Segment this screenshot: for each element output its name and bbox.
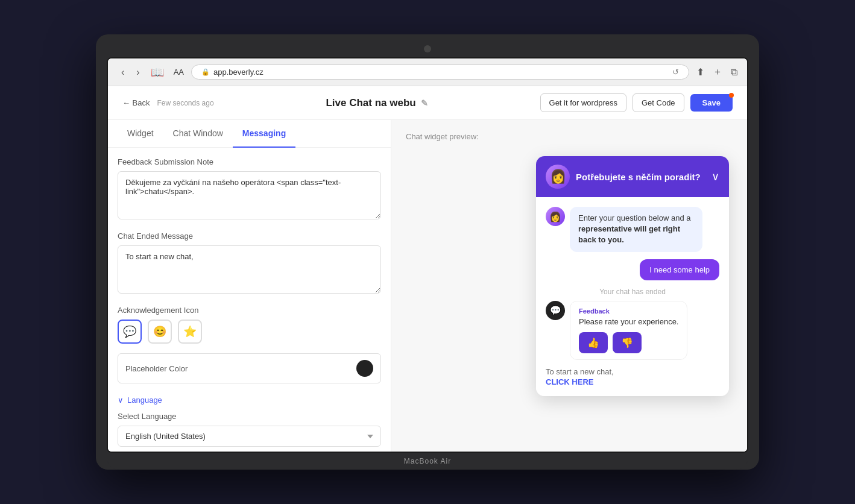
feedback-submission-section: Feedback Submission Note Děkujeme za vyč… bbox=[118, 157, 381, 222]
feedback-submission-textarea[interactable]: Děkujeme za vyčkání na našeho operátora … bbox=[118, 171, 381, 219]
chat-ended-section: Chat Ended Message To start a new chat, bbox=[118, 232, 381, 296]
feedback-row: 💬 Feedback Please rate your experience. … bbox=[546, 301, 719, 360]
sidebar-content: Feedback Submission Note Děkujeme za vyč… bbox=[108, 148, 391, 452]
language-select[interactable]: English (United States) Czech German Fre… bbox=[118, 426, 381, 447]
restart-chat-text: To start a new chat, bbox=[546, 367, 614, 376]
icon-option-smile[interactable]: 😊 bbox=[148, 320, 172, 344]
laptop-notch bbox=[424, 45, 431, 52]
bookmarks-icon[interactable]: 📖 bbox=[151, 66, 164, 79]
chat-header: 👩 Potřebujete s něčím poradit? ∨ bbox=[536, 156, 729, 197]
feedback-text: Please rate your experience. bbox=[579, 317, 678, 326]
preview-label: Chat widget preview: bbox=[406, 132, 733, 141]
user-message-bubble: I need some help bbox=[640, 259, 719, 280]
laptop-brand: MacBook Air bbox=[404, 457, 451, 465]
windows-icon[interactable]: ⧉ bbox=[731, 67, 737, 78]
chat-ended-label: Chat Ended Message bbox=[118, 232, 381, 241]
new-tab-icon[interactable]: ＋ bbox=[713, 66, 722, 78]
lock-icon: 🔒 bbox=[201, 68, 210, 76]
chat-body: 👩 Enter your question below and a repres… bbox=[536, 197, 729, 396]
thumbs-up-icon: 👍 bbox=[587, 337, 599, 348]
page-title: Live Chat na webu ✎ bbox=[326, 97, 427, 109]
agent-message-bubble: Enter your question below and a represen… bbox=[570, 207, 702, 252]
feedback-avatar: 💬 bbox=[546, 301, 565, 320]
back-button[interactable]: ‹ bbox=[118, 66, 128, 79]
tab-chat-window[interactable]: Chat Window bbox=[163, 120, 233, 148]
laptop-frame: ‹ › 📖 AA 🔒 app.beverly.cz ↺ ⬆ ＋ ⧉ ← Back bbox=[96, 34, 759, 470]
save-button[interactable]: Save bbox=[690, 94, 733, 112]
forward-button[interactable]: › bbox=[133, 66, 143, 79]
feedback-tag: Feedback bbox=[579, 307, 678, 315]
browser-nav: ‹ › bbox=[118, 66, 144, 79]
language-section: ∨ Language Select Language English (Unit… bbox=[118, 395, 381, 447]
url-text: app.beverly.cz bbox=[213, 68, 263, 77]
laptop-screen: ‹ › 📖 AA 🔒 app.beverly.cz ↺ ⬆ ＋ ⧉ ← Back bbox=[107, 57, 748, 453]
chat-chevron-icon[interactable]: ∨ bbox=[711, 170, 719, 183]
color-swatch[interactable] bbox=[356, 360, 373, 377]
tab-widget[interactable]: Widget bbox=[118, 120, 163, 148]
share-icon[interactable]: ⬆ bbox=[696, 66, 704, 78]
laptop-bottom: MacBook Air bbox=[107, 453, 748, 470]
edit-icon[interactable]: ✎ bbox=[421, 98, 428, 108]
user-message-row: I need some help bbox=[546, 259, 719, 280]
sidebar: Widget Chat Window Messaging Feedback Su… bbox=[108, 120, 391, 452]
timestamp: Few seconds ago bbox=[157, 99, 214, 107]
icon-options: 💬 😊 ⭐ bbox=[118, 320, 381, 344]
back-link[interactable]: ← Back bbox=[122, 98, 150, 107]
app-header: ← Back Few seconds ago Live Chat na webu… bbox=[108, 86, 747, 120]
chat-ended-text: Your chat has ended bbox=[546, 288, 719, 296]
thumbs-down-icon: 👎 bbox=[621, 337, 633, 348]
acknowledgement-section: Acknowledgement Icon 💬 😊 ⭐ bbox=[118, 306, 381, 344]
thumbs-up-button[interactable]: 👍 bbox=[579, 332, 608, 353]
main-layout: Widget Chat Window Messaging Feedback Su… bbox=[108, 120, 747, 452]
preview-area: Chat widget preview: 👩 Potřebujete s něč… bbox=[391, 120, 747, 452]
icon-option-chat[interactable]: 💬 bbox=[118, 320, 142, 344]
chevron-down-icon: ∨ bbox=[118, 395, 124, 405]
chat-ended-textarea[interactable]: To start a new chat, bbox=[118, 245, 381, 294]
address-bar[interactable]: 🔒 app.beverly.cz ↺ bbox=[191, 65, 689, 80]
reload-icon[interactable]: ↺ bbox=[672, 68, 679, 77]
reader-aa[interactable]: AA bbox=[174, 68, 184, 77]
acknowledgement-label: Acknowledgement Icon bbox=[118, 306, 381, 315]
feedback-content: Feedback Please rate your experience. 👍 … bbox=[570, 301, 687, 360]
select-language-label: Select Language bbox=[118, 412, 381, 421]
feedback-submission-label: Feedback Submission Note bbox=[118, 157, 381, 166]
agent-message-row: 👩 Enter your question below and a repres… bbox=[546, 207, 719, 252]
app-header-right: Get it for wordpress Get Code Save bbox=[540, 93, 733, 112]
browser-actions: ⬆ ＋ ⧉ bbox=[696, 66, 737, 78]
restart-chat-link[interactable]: CLICK HERE bbox=[546, 377, 719, 386]
tabs: Widget Chat Window Messaging bbox=[108, 120, 391, 148]
placeholder-color-row: Placeholder Color bbox=[118, 353, 381, 383]
wordpress-button[interactable]: Get it for wordpress bbox=[540, 93, 626, 112]
placeholder-color-label: Placeholder Color bbox=[125, 364, 188, 373]
language-toggle[interactable]: ∨ Language bbox=[118, 395, 381, 405]
browser-bar: ‹ › 📖 AA 🔒 app.beverly.cz ↺ ⬆ ＋ ⧉ bbox=[108, 58, 747, 86]
chat-widget-preview: 👩 Potřebujete s něčím poradit? ∨ 👩 bbox=[536, 156, 729, 396]
chat-header-avatar: 👩 bbox=[546, 165, 570, 189]
chat-header-title: Potřebujete s něčím poradit? bbox=[576, 172, 705, 182]
agent-avatar: 👩 bbox=[546, 207, 565, 226]
app-content: ← Back Few seconds ago Live Chat na webu… bbox=[108, 86, 747, 452]
tab-messaging[interactable]: Messaging bbox=[233, 120, 295, 148]
restart-chat-section: To start a new chat, CLICK HERE bbox=[546, 367, 719, 386]
icon-option-star[interactable]: ⭐ bbox=[178, 320, 202, 344]
get-code-button[interactable]: Get Code bbox=[633, 93, 684, 112]
app-header-left: ← Back Few seconds ago bbox=[122, 98, 214, 107]
notification-dot bbox=[729, 93, 734, 98]
feedback-buttons: 👍 👎 bbox=[579, 332, 678, 353]
thumbs-down-button[interactable]: 👎 bbox=[613, 332, 642, 353]
